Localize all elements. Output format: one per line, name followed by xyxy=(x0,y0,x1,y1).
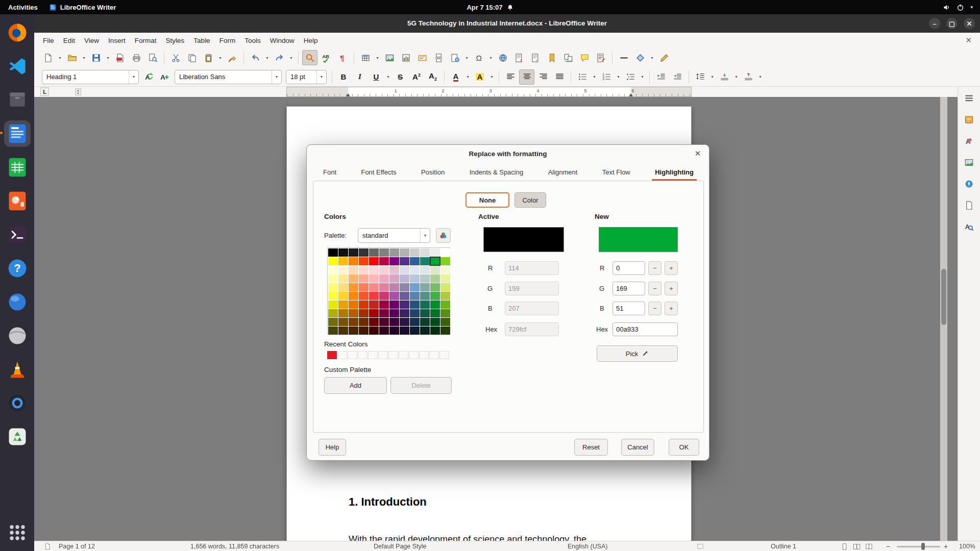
color-swatch[interactable] xyxy=(389,327,399,335)
open-button[interactable] xyxy=(64,50,80,65)
scrollbar-thumb[interactable] xyxy=(941,269,946,325)
menu-file[interactable]: File xyxy=(38,35,59,46)
new-b-increment-button[interactable]: + xyxy=(665,302,678,315)
undo-dropdown[interactable]: ▾ xyxy=(264,50,271,65)
para-space-decrease-button[interactable] xyxy=(741,69,756,85)
special-character-dropdown[interactable]: ▾ xyxy=(487,50,494,65)
dock-firefox[interactable] xyxy=(4,19,31,46)
color-swatch[interactable] xyxy=(338,274,348,283)
new-r-increment-button[interactable]: + xyxy=(665,261,678,275)
color-swatch[interactable] xyxy=(379,257,389,265)
color-swatch[interactable] xyxy=(410,266,420,274)
color-swatch[interactable] xyxy=(369,274,379,283)
color-swatch[interactable] xyxy=(389,248,399,257)
color-swatch[interactable] xyxy=(420,257,430,265)
special-character-button[interactable]: Ω xyxy=(471,50,486,65)
color-swatch[interactable] xyxy=(328,283,338,291)
chevron-down-icon[interactable]: ▾ xyxy=(316,70,326,84)
color-swatch[interactable] xyxy=(349,266,358,274)
para-space-increase-dropdown[interactable]: ▾ xyxy=(733,69,740,85)
menu-styles[interactable]: Styles xyxy=(161,35,189,46)
selection-mode-icon[interactable] xyxy=(697,541,704,551)
color-swatch[interactable] xyxy=(440,309,450,317)
color-swatch[interactable] xyxy=(430,292,440,300)
tab-position[interactable]: Position xyxy=(418,163,448,181)
activities-button[interactable]: Activities xyxy=(0,4,46,11)
color-swatch[interactable] xyxy=(420,248,430,257)
maximize-button[interactable]: ▢ xyxy=(946,18,958,29)
color-swatch[interactable] xyxy=(430,283,440,291)
bold-button[interactable]: B xyxy=(336,69,351,85)
outline-list-button[interactable] xyxy=(623,69,638,85)
color-swatch[interactable] xyxy=(400,248,409,257)
color-swatch[interactable] xyxy=(328,292,338,300)
sidebar-style-inspector-icon[interactable]: A xyxy=(962,219,976,234)
dock-file-manager[interactable] xyxy=(4,87,31,113)
color-swatch[interactable] xyxy=(430,327,440,335)
delete-color-button[interactable]: Delete xyxy=(390,377,452,394)
para-space-increase-button[interactable] xyxy=(717,69,732,85)
highlight-color-toggle[interactable]: Color xyxy=(514,192,546,208)
color-swatch[interactable] xyxy=(379,327,389,335)
color-swatch[interactable] xyxy=(440,292,450,300)
ok-button[interactable]: OK xyxy=(669,439,699,456)
align-left-button[interactable] xyxy=(503,69,518,85)
new-b-input[interactable] xyxy=(612,302,645,315)
highlight-none-toggle[interactable]: None xyxy=(465,192,509,208)
color-swatch[interactable] xyxy=(328,257,338,265)
color-swatch[interactable] xyxy=(359,257,369,265)
color-swatch[interactable] xyxy=(379,292,389,300)
color-swatch[interactable] xyxy=(369,318,379,326)
single-page-view-icon[interactable] xyxy=(841,541,848,551)
menu-form[interactable]: Form xyxy=(215,35,240,46)
new-hex-input[interactable] xyxy=(612,322,678,336)
color-swatch[interactable] xyxy=(420,300,430,309)
color-swatch[interactable] xyxy=(338,300,348,309)
menu-table[interactable]: Table xyxy=(189,35,214,46)
color-swatch[interactable] xyxy=(369,327,379,335)
sidebar-styles-icon[interactable]: A xyxy=(962,134,976,148)
color-swatch[interactable] xyxy=(430,274,440,283)
power-icon[interactable] xyxy=(957,4,964,11)
paste-button[interactable] xyxy=(201,50,216,65)
align-center-button[interactable] xyxy=(519,69,534,85)
insert-text-box-button[interactable] xyxy=(414,50,430,65)
color-swatch[interactable] xyxy=(328,248,338,257)
color-swatch[interactable] xyxy=(379,266,389,274)
new-g-decrement-button[interactable]: − xyxy=(648,282,662,295)
new-document-dropdown[interactable]: ▾ xyxy=(57,50,63,65)
color-swatch[interactable] xyxy=(400,266,409,274)
basic-shapes-button[interactable] xyxy=(632,50,648,65)
color-swatch[interactable] xyxy=(369,266,379,274)
color-swatch[interactable] xyxy=(359,283,369,291)
color-swatch[interactable] xyxy=(430,300,440,309)
zoom-out-button[interactable]: − xyxy=(886,541,890,551)
save-dropdown[interactable]: ▾ xyxy=(105,50,111,65)
color-swatch[interactable] xyxy=(389,309,399,317)
tab-stop-selector[interactable]: L xyxy=(40,87,49,96)
font-size-combo[interactable]: 18 pt▾ xyxy=(286,70,327,84)
color-swatch[interactable] xyxy=(430,309,440,317)
align-right-button[interactable] xyxy=(535,69,551,85)
find-replace-button[interactable] xyxy=(302,50,317,65)
color-swatch[interactable] xyxy=(359,327,369,335)
window-titlebar[interactable]: 5G Technology in Industrial Internet.doc… xyxy=(34,14,980,33)
right-indent-marker[interactable] xyxy=(629,93,633,96)
dock-help[interactable]: ? xyxy=(4,255,31,282)
insert-field-dropdown[interactable]: ▾ xyxy=(463,50,470,65)
color-swatch[interactable] xyxy=(400,292,409,300)
menu-help[interactable]: Help xyxy=(299,35,323,46)
vertical-scrollbar[interactable] xyxy=(940,97,947,541)
color-swatch[interactable] xyxy=(328,274,338,283)
numbered-list-button[interactable]: 123 xyxy=(599,69,614,85)
line-spacing-button[interactable] xyxy=(693,69,708,85)
dock-grey-sphere[interactable] xyxy=(4,322,31,349)
pick-color-button[interactable]: Pick xyxy=(597,345,678,362)
page-break-button[interactable] xyxy=(431,50,446,65)
menu-edit[interactable]: Edit xyxy=(59,35,80,46)
new-r-decrement-button[interactable]: − xyxy=(648,261,662,275)
color-swatch[interactable] xyxy=(410,327,420,335)
redo-button[interactable] xyxy=(272,50,287,65)
color-swatch[interactable] xyxy=(440,266,450,274)
dialog-close-icon[interactable]: ✕ xyxy=(693,148,703,159)
